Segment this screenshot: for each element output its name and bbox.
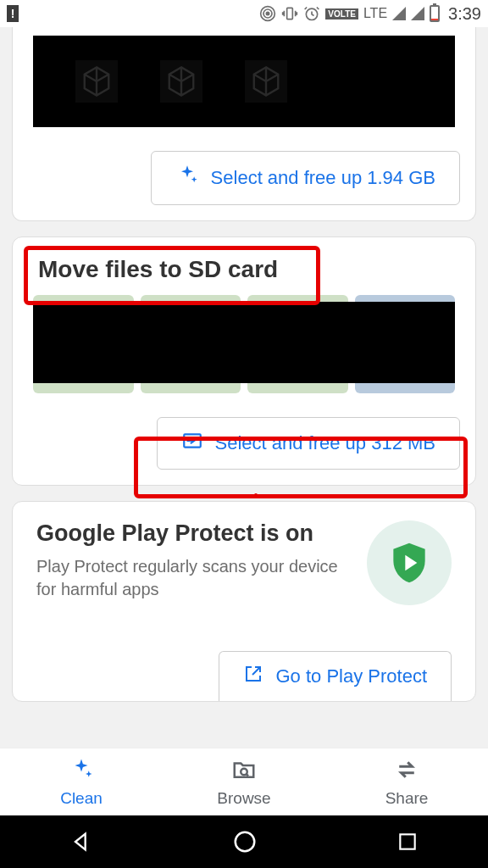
play-protect-shield-icon bbox=[367, 520, 452, 605]
nav-browse[interactable]: Browse bbox=[163, 748, 325, 815]
nav-browse-label: Browse bbox=[217, 789, 270, 808]
play-protect-card: Google Play Protect is on Play Protect r… bbox=[12, 501, 476, 702]
nav-share-label: Share bbox=[385, 789, 429, 808]
folder-search-icon bbox=[231, 757, 257, 786]
freeup-button[interactable]: Select and free up 1.94 GB bbox=[151, 151, 460, 205]
play-protect-button-label: Go to Play Protect bbox=[275, 665, 427, 687]
hotspot-icon bbox=[259, 5, 276, 22]
status-bar: ! VOLTE LTE 3:39 bbox=[0, 0, 488, 27]
transfer-icon bbox=[394, 757, 419, 786]
freeup-button-label: Select and free up 1.94 GB bbox=[211, 167, 435, 189]
network-type: LTE bbox=[363, 6, 387, 21]
svg-point-7 bbox=[236, 832, 255, 852]
signal-icon-2 bbox=[411, 7, 424, 20]
move-thumbnails[interactable] bbox=[33, 295, 455, 393]
nav-clean[interactable]: Clean bbox=[0, 748, 163, 815]
nav-share[interactable]: Share bbox=[325, 748, 488, 815]
move-sd-title: Move files to SD card bbox=[13, 237, 475, 295]
play-protect-title: Google Play Protect is on bbox=[36, 520, 353, 547]
thumbnail-unity-icon bbox=[245, 60, 287, 103]
play-protect-subtitle: Play Protect regularly scans your device… bbox=[36, 555, 353, 601]
volte-badge: VOLTE bbox=[325, 8, 358, 19]
move-sd-card: Move files to SD card Select and free up… bbox=[12, 236, 476, 486]
play-protect-button[interactable]: Go to Play Protect bbox=[219, 651, 452, 701]
move-file-icon bbox=[181, 430, 203, 457]
move-sd-button[interactable]: Select and free up 312 MB bbox=[157, 417, 461, 470]
thumbnail-unity-icon bbox=[75, 60, 118, 103]
clock: 3:39 bbox=[448, 4, 481, 24]
back-button[interactable] bbox=[69, 830, 93, 854]
signal-icon bbox=[392, 7, 406, 20]
thumbnail-strip[interactable] bbox=[33, 36, 455, 127]
bottom-nav: Clean Browse Share bbox=[0, 748, 488, 815]
recents-button[interactable] bbox=[396, 831, 419, 853]
move-sd-button-label: Select and free up 312 MB bbox=[215, 432, 436, 454]
thumbnail-unity-icon bbox=[160, 60, 202, 103]
nav-clean-label: Clean bbox=[60, 789, 103, 808]
svg-rect-3 bbox=[287, 8, 293, 19]
vibrate-icon bbox=[281, 5, 298, 22]
external-link-icon bbox=[243, 664, 263, 689]
alarm-icon bbox=[303, 5, 320, 22]
sparkle-icon bbox=[69, 757, 94, 786]
notification-alert-icon: ! bbox=[7, 5, 19, 22]
home-button[interactable] bbox=[232, 829, 258, 854]
system-nav-bar bbox=[0, 815, 488, 868]
svg-rect-8 bbox=[400, 834, 414, 849]
freeup-card: Select and free up 1.94 GB bbox=[12, 27, 476, 221]
svg-point-0 bbox=[267, 12, 269, 14]
annotation-dot bbox=[254, 493, 258, 497]
battery-icon bbox=[430, 5, 440, 22]
sparkle-icon bbox=[175, 164, 199, 192]
